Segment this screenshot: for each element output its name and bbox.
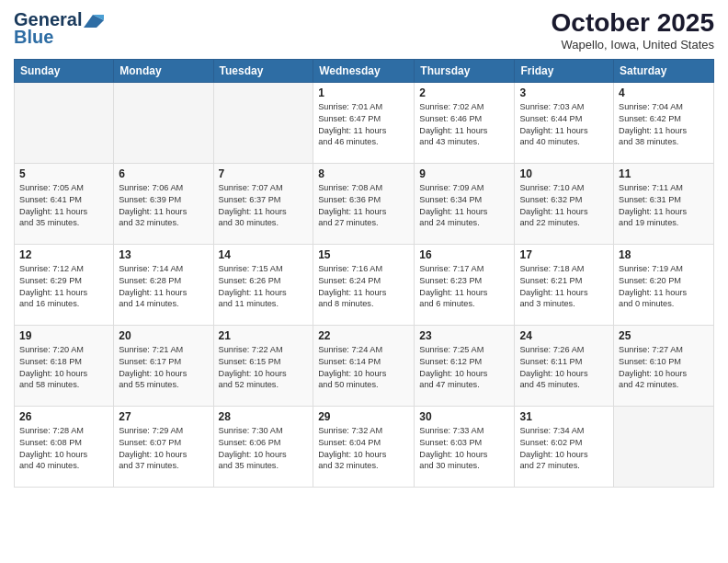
month-title: October 2025	[552, 9, 714, 38]
day-number: 10	[519, 167, 609, 180]
calendar-cell: 29Sunrise: 7:32 AM Sunset: 6:04 PM Dayli…	[313, 406, 415, 487]
calendar-cell	[614, 406, 714, 487]
weekday-header: Thursday	[415, 59, 515, 82]
calendar-cell: 19Sunrise: 7:20 AM Sunset: 6:18 PM Dayli…	[15, 325, 114, 406]
day-info: Sunrise: 7:30 AM Sunset: 6:06 PM Dayligh…	[219, 425, 309, 473]
calendar-week-row: 19Sunrise: 7:20 AM Sunset: 6:18 PM Dayli…	[15, 325, 714, 406]
day-info: Sunrise: 7:10 AM Sunset: 6:32 PM Dayligh…	[519, 182, 609, 230]
day-info: Sunrise: 7:02 AM Sunset: 6:46 PM Dayligh…	[419, 101, 509, 149]
logo-icon	[84, 15, 104, 28]
day-number: 26	[19, 410, 108, 423]
day-number: 24	[519, 329, 609, 342]
weekday-header: Tuesday	[213, 59, 313, 82]
weekday-header: Sunday	[15, 59, 114, 82]
calendar-cell: 4Sunrise: 7:04 AM Sunset: 6:42 PM Daylig…	[614, 82, 714, 163]
day-number: 21	[219, 329, 309, 342]
weekday-header: Wednesday	[313, 59, 415, 82]
calendar-cell: 15Sunrise: 7:16 AM Sunset: 6:24 PM Dayli…	[313, 244, 415, 325]
day-number: 6	[119, 167, 208, 180]
day-number: 22	[318, 329, 409, 342]
day-info: Sunrise: 7:04 AM Sunset: 6:42 PM Dayligh…	[619, 101, 709, 149]
location: Wapello, Iowa, United States	[552, 38, 714, 52]
page: General Blue October 2025 Wapello, Iowa,…	[0, 0, 728, 563]
calendar-cell	[15, 82, 114, 163]
calendar-cell: 1Sunrise: 7:01 AM Sunset: 6:47 PM Daylig…	[313, 82, 415, 163]
calendar-cell: 11Sunrise: 7:11 AM Sunset: 6:31 PM Dayli…	[614, 163, 714, 244]
day-info: Sunrise: 7:09 AM Sunset: 6:34 PM Dayligh…	[419, 182, 509, 230]
calendar-cell: 8Sunrise: 7:08 AM Sunset: 6:36 PM Daylig…	[313, 163, 415, 244]
day-number: 15	[318, 248, 409, 261]
day-number: 4	[619, 86, 709, 99]
calendar-cell: 14Sunrise: 7:15 AM Sunset: 6:26 PM Dayli…	[213, 244, 313, 325]
weekday-header-row: SundayMondayTuesdayWednesdayThursdayFrid…	[15, 59, 714, 82]
day-info: Sunrise: 7:12 AM Sunset: 6:29 PM Dayligh…	[19, 263, 108, 311]
calendar-cell: 22Sunrise: 7:24 AM Sunset: 6:14 PM Dayli…	[313, 325, 415, 406]
day-info: Sunrise: 7:07 AM Sunset: 6:37 PM Dayligh…	[219, 182, 309, 230]
calendar-cell: 23Sunrise: 7:25 AM Sunset: 6:12 PM Dayli…	[415, 325, 515, 406]
day-info: Sunrise: 7:33 AM Sunset: 6:03 PM Dayligh…	[419, 425, 509, 473]
calendar-cell: 30Sunrise: 7:33 AM Sunset: 6:03 PM Dayli…	[415, 406, 515, 487]
day-info: Sunrise: 7:16 AM Sunset: 6:24 PM Dayligh…	[318, 263, 409, 311]
day-info: Sunrise: 7:28 AM Sunset: 6:08 PM Dayligh…	[19, 425, 108, 473]
day-info: Sunrise: 7:08 AM Sunset: 6:36 PM Dayligh…	[318, 182, 409, 230]
day-info: Sunrise: 7:19 AM Sunset: 6:20 PM Dayligh…	[619, 263, 709, 311]
day-number: 16	[419, 248, 509, 261]
day-number: 8	[318, 167, 409, 180]
day-info: Sunrise: 7:14 AM Sunset: 6:28 PM Dayligh…	[119, 263, 208, 311]
day-info: Sunrise: 7:27 AM Sunset: 6:10 PM Dayligh…	[619, 344, 709, 392]
calendar-table: SundayMondayTuesdayWednesdayThursdayFrid…	[14, 59, 714, 488]
day-number: 13	[119, 248, 208, 261]
day-info: Sunrise: 7:26 AM Sunset: 6:11 PM Dayligh…	[519, 344, 609, 392]
header: General Blue October 2025 Wapello, Iowa,…	[14, 9, 714, 52]
calendar-cell: 6Sunrise: 7:06 AM Sunset: 6:39 PM Daylig…	[114, 163, 213, 244]
day-number: 3	[519, 86, 609, 99]
day-number: 7	[219, 167, 309, 180]
calendar-week-row: 12Sunrise: 7:12 AM Sunset: 6:29 PM Dayli…	[15, 244, 714, 325]
calendar-cell: 13Sunrise: 7:14 AM Sunset: 6:28 PM Dayli…	[114, 244, 213, 325]
calendar-cell: 25Sunrise: 7:27 AM Sunset: 6:10 PM Dayli…	[614, 325, 714, 406]
day-number: 14	[219, 248, 309, 261]
calendar-week-row: 5Sunrise: 7:05 AM Sunset: 6:41 PM Daylig…	[15, 163, 714, 244]
day-number: 2	[419, 86, 509, 99]
day-number: 19	[19, 329, 108, 342]
calendar-cell: 20Sunrise: 7:21 AM Sunset: 6:17 PM Dayli…	[114, 325, 213, 406]
calendar-week-row: 26Sunrise: 7:28 AM Sunset: 6:08 PM Dayli…	[15, 406, 714, 487]
day-number: 9	[419, 167, 509, 180]
calendar-week-row: 1Sunrise: 7:01 AM Sunset: 6:47 PM Daylig…	[15, 82, 714, 163]
day-number: 27	[119, 410, 208, 423]
calendar-cell	[114, 82, 213, 163]
day-number: 28	[219, 410, 309, 423]
logo-blue: Blue	[14, 27, 53, 48]
calendar-cell: 2Sunrise: 7:02 AM Sunset: 6:46 PM Daylig…	[415, 82, 515, 163]
day-info: Sunrise: 7:05 AM Sunset: 6:41 PM Dayligh…	[19, 182, 108, 230]
day-number: 29	[318, 410, 409, 423]
calendar-cell: 31Sunrise: 7:34 AM Sunset: 6:02 PM Dayli…	[515, 406, 614, 487]
day-number: 30	[419, 410, 509, 423]
day-number: 20	[119, 329, 208, 342]
calendar-cell	[213, 82, 313, 163]
day-number: 31	[519, 410, 609, 423]
day-info: Sunrise: 7:32 AM Sunset: 6:04 PM Dayligh…	[318, 425, 409, 473]
weekday-header: Saturday	[614, 59, 714, 82]
day-number: 12	[19, 248, 108, 261]
day-info: Sunrise: 7:29 AM Sunset: 6:07 PM Dayligh…	[119, 425, 208, 473]
day-number: 17	[519, 248, 609, 261]
day-info: Sunrise: 7:01 AM Sunset: 6:47 PM Dayligh…	[318, 101, 409, 149]
calendar-cell: 5Sunrise: 7:05 AM Sunset: 6:41 PM Daylig…	[15, 163, 114, 244]
day-info: Sunrise: 7:24 AM Sunset: 6:14 PM Dayligh…	[318, 344, 409, 392]
calendar-cell: 17Sunrise: 7:18 AM Sunset: 6:21 PM Dayli…	[515, 244, 614, 325]
calendar-cell: 21Sunrise: 7:22 AM Sunset: 6:15 PM Dayli…	[213, 325, 313, 406]
calendar-cell: 18Sunrise: 7:19 AM Sunset: 6:20 PM Dayli…	[614, 244, 714, 325]
calendar-cell: 3Sunrise: 7:03 AM Sunset: 6:44 PM Daylig…	[515, 82, 614, 163]
day-info: Sunrise: 7:22 AM Sunset: 6:15 PM Dayligh…	[219, 344, 309, 392]
calendar-cell: 26Sunrise: 7:28 AM Sunset: 6:08 PM Dayli…	[15, 406, 114, 487]
day-info: Sunrise: 7:25 AM Sunset: 6:12 PM Dayligh…	[419, 344, 509, 392]
title-block: October 2025 Wapello, Iowa, United State…	[552, 9, 714, 52]
day-info: Sunrise: 7:06 AM Sunset: 6:39 PM Dayligh…	[119, 182, 208, 230]
calendar-cell: 7Sunrise: 7:07 AM Sunset: 6:37 PM Daylig…	[213, 163, 313, 244]
calendar-cell: 24Sunrise: 7:26 AM Sunset: 6:11 PM Dayli…	[515, 325, 614, 406]
day-number: 23	[419, 329, 509, 342]
logo: General Blue	[14, 9, 104, 48]
day-info: Sunrise: 7:17 AM Sunset: 6:23 PM Dayligh…	[419, 263, 509, 311]
calendar-cell: 16Sunrise: 7:17 AM Sunset: 6:23 PM Dayli…	[415, 244, 515, 325]
